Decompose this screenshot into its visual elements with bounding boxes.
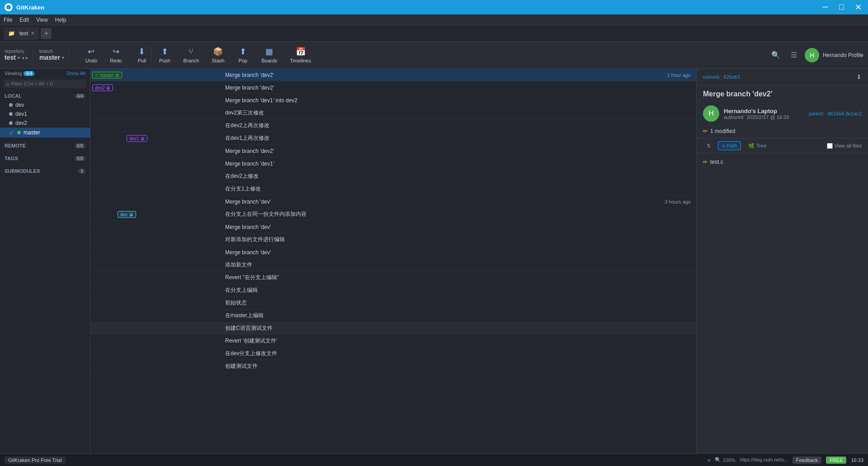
submodules-count: 0 bbox=[78, 169, 85, 174]
tags-count: 0/0 bbox=[75, 156, 85, 161]
table-row[interactable]: Merge branch 'dev2' bbox=[90, 145, 696, 157]
table-row[interactable]: Revert "在分支上编辑" bbox=[90, 271, 696, 284]
maximize-btn[interactable]: □ bbox=[837, 2, 846, 12]
status-url: https://blog.csdn.net/u... bbox=[740, 457, 788, 462]
sidebar-item-dev1[interactable]: dev1 bbox=[0, 109, 90, 119]
table-row[interactable]: 创建测试文件 bbox=[90, 360, 696, 373]
table-row[interactable]: 在master上编辑 bbox=[90, 309, 696, 322]
stash-button[interactable]: 📦 Stash bbox=[206, 45, 230, 65]
list-icon[interactable]: ≡ bbox=[708, 457, 710, 463]
table-row[interactable]: 添加新文件 bbox=[90, 259, 696, 271]
graph-col bbox=[90, 360, 222, 373]
view-all-checkbox[interactable] bbox=[827, 143, 833, 149]
remote-section: REMOTE 0/0 bbox=[0, 139, 90, 152]
repo-nav-right[interactable]: ▸ bbox=[26, 55, 28, 60]
tags-section-header[interactable]: TAGS 0/0 bbox=[0, 154, 90, 163]
commit-time: 1 hour ago bbox=[667, 72, 696, 78]
table-row[interactable]: 在分支1上修改 bbox=[90, 183, 696, 195]
table-row[interactable]: 在dev2上再次修改 bbox=[90, 119, 696, 132]
branch-button[interactable]: ⑂ Branch bbox=[178, 45, 204, 65]
table-row[interactable]: Merge branch 'dev1' into dev2 bbox=[90, 94, 696, 107]
minimize-btn[interactable]: ─ bbox=[821, 2, 830, 12]
branch-name-row: master ▾ bbox=[39, 54, 64, 61]
sort-button[interactable]: ⇅ bbox=[703, 142, 714, 150]
filter-input[interactable] bbox=[11, 81, 84, 86]
file-modified-icon: ✏ bbox=[703, 159, 708, 165]
branch-name: master bbox=[39, 54, 60, 61]
pop-button[interactable]: ⬆ Pop bbox=[231, 45, 254, 65]
new-tab-button[interactable]: + bbox=[41, 28, 52, 39]
local-section-header[interactable]: LOCAL 4/4 bbox=[0, 91, 90, 100]
remote-section-header[interactable]: REMOTE 0/0 bbox=[0, 141, 90, 150]
path-button[interactable]: ≡ Path bbox=[718, 141, 741, 150]
list-item[interactable]: ✏ test.c bbox=[703, 157, 862, 167]
search-button[interactable]: 🔍 bbox=[769, 48, 783, 62]
table-row[interactable]: 在分支上编辑 bbox=[90, 284, 696, 297]
menu-file[interactable]: File bbox=[4, 17, 12, 23]
table-row[interactable]: dev1 🖥 在dev1上再次修改 bbox=[90, 132, 696, 145]
status-time: 16:33 bbox=[851, 457, 863, 463]
pull-button[interactable]: ⬇ Pull bbox=[129, 45, 151, 65]
file-list: ✏ test.c bbox=[697, 153, 868, 171]
table-row[interactable]: 初始状态 bbox=[90, 297, 696, 309]
boards-button[interactable]: ▦ Boards bbox=[256, 45, 283, 65]
tree-button[interactable]: 🌿 Tree bbox=[745, 142, 770, 150]
table-row[interactable]: dev 🖥 在分支上在同一份文件内添加内容 bbox=[90, 208, 696, 221]
toolbar: repository test ▾ ◂ ▸ branch master ▾ ↩ … bbox=[0, 42, 868, 69]
table-row[interactable]: 创建C语言测试文件 bbox=[90, 322, 696, 335]
table-row[interactable]: 在dev2上修改 bbox=[90, 170, 696, 183]
table-row[interactable]: Merge branch 'dev1' bbox=[90, 157, 696, 170]
redo-button[interactable]: ↪ Redo bbox=[104, 45, 127, 65]
commit-author: H Hernando's Laptop authored 2020/2/17 @… bbox=[697, 103, 868, 124]
repo-tab[interactable]: 📁 test ✕ bbox=[4, 27, 39, 40]
push-button[interactable]: ⬆ Push bbox=[153, 45, 176, 65]
tab-close-icon[interactable]: ✕ bbox=[31, 31, 34, 36]
table-row[interactable]: dev2 🖥 Merge branch 'dev2' bbox=[90, 81, 696, 94]
menu-help[interactable]: Help bbox=[55, 17, 66, 23]
path-icon: ≡ bbox=[722, 143, 725, 148]
pencil-icon: ✏ bbox=[703, 128, 708, 134]
user-profile[interactable]: H Hernando Profile bbox=[805, 48, 863, 62]
author-date: authored 2020/2/17 @ 16:33 bbox=[724, 114, 804, 120]
trial-label[interactable]: GitKraken Pro Free Trial bbox=[5, 456, 66, 464]
table-row[interactable]: ✓ master 🖥 Merge branch 'dev2' 1 hour ag… bbox=[90, 69, 696, 81]
table-row[interactable]: Revert '创建测试文件' bbox=[90, 335, 696, 347]
undo-label: Undo bbox=[85, 58, 97, 63]
sidebar-item-master[interactable]: ✓ master bbox=[0, 128, 90, 138]
table-row[interactable]: Merge branch 'dev' bbox=[90, 246, 696, 259]
table-row[interactable]: 在dev分支上修改文件 bbox=[90, 347, 696, 360]
boards-icon: ▦ bbox=[265, 47, 273, 57]
dev-branch-dot bbox=[9, 103, 13, 107]
view-all-files[interactable]: View all files bbox=[827, 143, 862, 149]
menu-view[interactable]: View bbox=[36, 17, 48, 23]
sidebar-item-dev2[interactable]: dev2 bbox=[0, 119, 90, 128]
table-row[interactable]: dev2第三次修改 bbox=[90, 107, 696, 119]
menu-edit[interactable]: Edit bbox=[19, 17, 29, 23]
pull-icon: ⬇ bbox=[138, 47, 145, 57]
repo-dropdown-icon[interactable]: ▾ bbox=[18, 55, 20, 60]
redo-label: Redo bbox=[110, 58, 122, 63]
tree-label: Tree bbox=[756, 143, 766, 148]
download-icon[interactable]: ⬇ bbox=[856, 73, 862, 81]
repo-nav-left[interactable]: ◂ bbox=[22, 55, 24, 60]
graph-col bbox=[90, 94, 222, 107]
menu-button[interactable]: ☰ bbox=[787, 48, 801, 62]
table-row[interactable]: Merge branch 'dev' 3 hours ago bbox=[90, 195, 696, 208]
show-all-btn[interactable]: Show All bbox=[66, 71, 85, 76]
undo-button[interactable]: ↩ Undo bbox=[80, 45, 103, 65]
master-branch-label: master bbox=[24, 129, 40, 136]
viewing-count: 4/4 bbox=[24, 71, 34, 76]
close-btn[interactable]: ✕ bbox=[853, 2, 863, 12]
timelines-button[interactable]: 📅 Timelines bbox=[284, 45, 316, 65]
sidebar-item-dev[interactable]: dev bbox=[0, 100, 90, 109]
feedback-btn[interactable]: Feedback bbox=[793, 456, 821, 464]
submodules-section-header[interactable]: SUBMODULES 0 bbox=[0, 166, 90, 176]
graph-area[interactable]: ✓ master 🖥 Merge branch 'dev2' 1 hour ag… bbox=[90, 69, 696, 453]
author-avatar: H bbox=[703, 105, 719, 122]
table-row[interactable]: Merge branch 'dev' bbox=[90, 221, 696, 233]
dev-branch-label: dev bbox=[15, 102, 24, 108]
commit-message: 添加新文件 bbox=[222, 261, 696, 269]
branch-dropdown-icon[interactable]: ▾ bbox=[62, 55, 64, 60]
graph-col bbox=[90, 297, 222, 309]
table-row[interactable]: 对新添加的文件进行编辑 bbox=[90, 233, 696, 246]
